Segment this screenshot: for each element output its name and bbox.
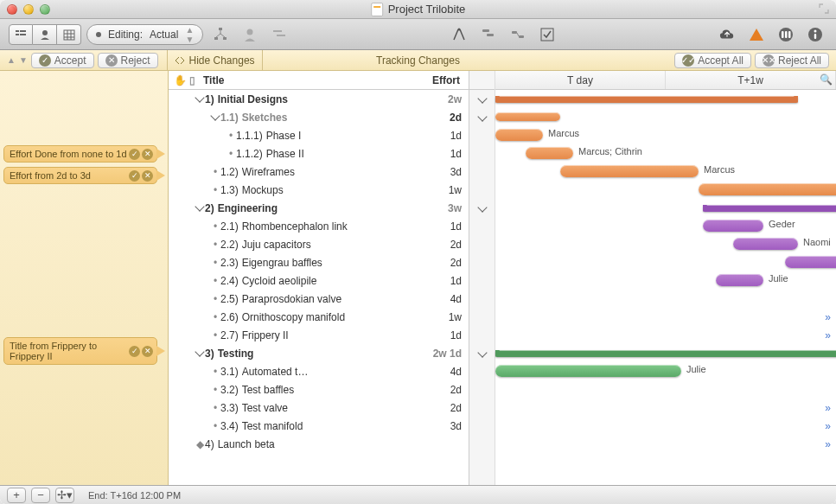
gantt-bar[interactable] xyxy=(495,350,836,357)
next-change-button[interactable]: ▼ xyxy=(19,55,28,65)
outline-row[interactable]: • 1.1.1) Phase I 1d xyxy=(169,126,469,144)
disclosure-triangle[interactable] xyxy=(195,348,205,359)
view-calendar-button[interactable] xyxy=(57,24,81,45)
gantt-row[interactable]: Julie xyxy=(495,362,836,380)
gantt-bar[interactable]: Marcus xyxy=(495,129,543,141)
note-column-icon[interactable]: ▯ xyxy=(186,74,198,86)
outline-row[interactable]: • 2.2) Juju capacitors 2d xyxy=(169,235,469,253)
outline-row[interactable]: • 3.1) Automated t… 4d xyxy=(169,362,469,380)
gantt-row[interactable]: Naomi xyxy=(495,235,836,253)
gantt-bar[interactable] xyxy=(495,96,798,103)
zoom-window-button[interactable] xyxy=(40,4,50,15)
reject-all-button[interactable]: ✕✕Reject All xyxy=(755,53,829,68)
gantt-row[interactable] xyxy=(495,108,836,126)
gantt-row-disclosure[interactable] xyxy=(469,108,495,126)
view-outline-button[interactable] xyxy=(9,24,33,45)
disclosure-triangle[interactable] xyxy=(195,94,205,105)
outline-row[interactable]: • 3.3) Test valve 2d xyxy=(169,399,469,417)
accept-all-button[interactable]: ✓✓Accept All xyxy=(674,53,751,68)
gantt-bar[interactable]: Julie xyxy=(495,365,681,377)
reject-button[interactable]: ✕Reject xyxy=(98,53,158,68)
disclosure-triangle[interactable] xyxy=(210,112,220,123)
gantt-bar[interactable]: Marcus xyxy=(560,165,699,177)
outline-row[interactable]: • 3.4) Test manifold 3d xyxy=(169,417,469,435)
close-window-button[interactable] xyxy=(7,4,17,15)
prev-change-button[interactable]: ▲ xyxy=(7,55,16,65)
gear-button[interactable]: ✢▾ xyxy=(55,488,74,503)
info-icon[interactable] xyxy=(803,24,827,45)
gantt-row[interactable]: Julie xyxy=(495,271,836,290)
outline-row[interactable]: ◆ 4) Launch beta xyxy=(169,435,469,453)
gantt-bar[interactable] xyxy=(785,256,836,268)
outline-row[interactable]: 2) Engineering 3w xyxy=(169,199,469,217)
outline-row[interactable]: • 2.7) Frippery II 1d xyxy=(169,326,469,344)
chain-icon[interactable] xyxy=(506,24,530,45)
gantt-row[interactable] xyxy=(495,380,836,399)
title-column-header[interactable]: Title xyxy=(203,74,420,86)
reject-change-icon[interactable]: ✕ xyxy=(142,149,153,160)
minimize-window-button[interactable] xyxy=(23,4,34,15)
gantt-row[interactable] xyxy=(495,290,836,308)
gantt-bar[interactable]: Marcus; Cithrin xyxy=(526,147,573,159)
zoom-icon[interactable]: 🔍 xyxy=(820,73,833,86)
split-icon[interactable] xyxy=(447,24,471,45)
gantt-row[interactable]: Marcus xyxy=(495,126,836,144)
gantt-row[interactable]: » xyxy=(495,417,836,435)
warning-icon[interactable] xyxy=(744,24,769,45)
stop-icon[interactable] xyxy=(774,24,798,45)
gantt-bar[interactable]: Julie xyxy=(716,274,763,286)
gantt-row[interactable]: » xyxy=(495,399,836,417)
gantt-row-disclosure[interactable] xyxy=(469,344,495,362)
add-button[interactable]: + xyxy=(7,488,26,503)
gantt-row[interactable]: Marcus xyxy=(495,163,836,181)
hierarchy-icon[interactable] xyxy=(208,24,233,45)
hide-changes-button[interactable]: Hide Changes xyxy=(167,50,263,70)
accept-change-icon[interactable]: ✓ xyxy=(129,170,140,182)
outline-row[interactable]: • 1.3) Mockups 1w xyxy=(169,181,469,199)
gantt-bar[interactable]: Naomi xyxy=(733,238,798,250)
outline-row[interactable]: • 1.1.2) Phase II 1d xyxy=(169,144,469,163)
gantt-row[interactable] xyxy=(495,344,836,362)
gantt-row[interactable]: » xyxy=(495,435,836,453)
change-bubble[interactable]: Effort Done from none to 1d ✓ ✕ xyxy=(3,145,157,163)
accept-change-icon[interactable]: ✓ xyxy=(129,149,140,160)
accept-button[interactable]: ✓Accept xyxy=(31,53,94,68)
outline-row[interactable]: • 3.2) Test baffles 2d xyxy=(169,380,469,399)
accept-change-icon[interactable]: ✓ xyxy=(129,346,140,357)
outline-row[interactable]: • 1.2) Wireframes 3d xyxy=(169,163,469,181)
gantt-row-disclosure[interactable] xyxy=(469,199,495,217)
gantt-row[interactable]: » xyxy=(495,308,836,326)
gantt-row[interactable] xyxy=(495,199,836,217)
gantt-row[interactable]: Geder xyxy=(495,217,836,235)
hand-column-icon[interactable]: ✋ xyxy=(174,74,186,86)
editing-mode-selector[interactable]: Editing: Actual ▲▼ xyxy=(86,24,203,45)
gantt-row[interactable] xyxy=(495,90,836,108)
gantt-row[interactable]: Marcus xyxy=(495,181,836,199)
sync-icon[interactable] xyxy=(715,24,739,45)
outline-row[interactable]: • 2.6) Ornithoscopy manifold 1w xyxy=(169,308,469,326)
person-icon[interactable] xyxy=(238,24,262,45)
catchup-icon[interactable] xyxy=(535,24,559,45)
leveling-icon[interactable] xyxy=(476,24,501,45)
effort-column-header[interactable]: Effort xyxy=(420,74,463,86)
change-bubble[interactable]: Effort from 2d to 3d ✓ ✕ xyxy=(3,167,157,184)
change-bubble[interactable]: Title from Frippery to Frippery II ✓ ✕ xyxy=(3,337,157,365)
gantt-bar[interactable]: Marcus xyxy=(699,183,836,195)
gantt-row-disclosure[interactable] xyxy=(469,90,495,108)
gantt-chart[interactable]: T day T+1w 🔍 MarcusMarcus; CithrinMarcus… xyxy=(495,71,836,485)
outline-row[interactable]: 1.1) Sketches 2d xyxy=(169,108,469,126)
gantt-bar[interactable] xyxy=(703,205,836,212)
outline-row[interactable]: • 2.3) Eigengrau baffles 2d xyxy=(169,253,469,271)
gantt-row[interactable]: » xyxy=(495,326,836,344)
outline-row[interactable]: 1) Initial Designs 2w xyxy=(169,90,469,108)
outline-row[interactable]: • 2.1) Rhombencephalon link 1d xyxy=(169,217,469,235)
remove-button[interactable]: − xyxy=(31,488,50,503)
gantt-row[interactable]: Marcus; Cithrin xyxy=(495,144,836,163)
reject-change-icon[interactable]: ✕ xyxy=(142,346,153,357)
indent-icon[interactable] xyxy=(267,24,291,45)
fullscreen-icon[interactable] xyxy=(819,3,829,14)
outline-row[interactable]: • 2.5) Paraprosdokian valve 4d xyxy=(169,290,469,308)
gantt-bar[interactable] xyxy=(495,112,560,121)
gantt-bar[interactable]: Geder xyxy=(703,220,763,232)
outline-row[interactable]: 3) Testing 2w 1d xyxy=(169,344,469,362)
